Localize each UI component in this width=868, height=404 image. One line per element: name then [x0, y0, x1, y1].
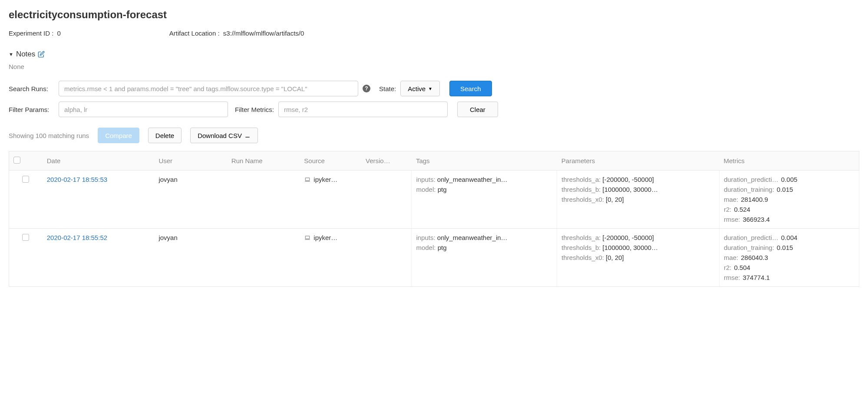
notes-toggle[interactable]: ▼ Notes — [9, 50, 859, 59]
param-item: thresholds_x0: [0, 20] — [561, 196, 715, 203]
svg-rect-1 — [306, 236, 310, 238]
svg-rect-0 — [306, 177, 310, 180]
param-item: thresholds_x0: [0, 20] — [561, 254, 715, 261]
metric-item: mae: 281400.9 — [724, 196, 855, 203]
metric-item: duration_predicti… 0.005 — [724, 176, 855, 183]
header-tags[interactable]: Tags — [412, 151, 557, 171]
search-runs-input[interactable] — [59, 81, 358, 96]
artifact-location-value: s3://mlflow/mlflow/artifacts/0 — [223, 30, 304, 37]
row-checkbox[interactable] — [22, 234, 29, 241]
delete-button[interactable]: Delete — [148, 128, 182, 143]
tag-item: model: ptg — [416, 244, 552, 251]
metric-item: rmse: 366923.4 — [724, 216, 855, 223]
artifact-location-label: Artifact Location : — [169, 30, 220, 37]
run-user: jovyan — [154, 229, 227, 287]
filter-metrics-input[interactable] — [278, 102, 448, 117]
laptop-icon — [304, 235, 311, 241]
state-dropdown[interactable]: Active ▼ — [400, 81, 440, 96]
header-user[interactable]: User — [154, 151, 227, 171]
param-item: thresholds_b: [1000000, 30000… — [561, 186, 715, 193]
run-name — [227, 229, 300, 287]
header-date[interactable]: Date — [43, 151, 155, 171]
tag-item: inputs: only_meanweather_in… — [416, 176, 552, 183]
caret-down-icon: ▼ — [428, 86, 432, 91]
run-date-link[interactable]: 2020-02-17 18:55:53 — [47, 176, 107, 183]
metric-item: rmse: 374774.1 — [724, 274, 855, 281]
header-metrics[interactable]: Metrics — [719, 151, 859, 171]
header-checkbox[interactable] — [9, 151, 43, 171]
header-source[interactable]: Source — [300, 151, 361, 171]
run-date-link[interactable]: 2020-02-17 18:55:52 — [47, 234, 107, 241]
metric-item: duration_training: 0.015 — [724, 186, 855, 193]
state-dropdown-label: Active — [408, 85, 426, 92]
laptop-icon — [304, 177, 311, 183]
help-icon[interactable]: ? — [363, 85, 370, 92]
metric-item: r2: 0.504 — [724, 264, 855, 271]
header-version[interactable]: Versio… — [361, 151, 412, 171]
page-title: electricityconsumption-forecast — [9, 9, 859, 21]
run-version — [361, 229, 412, 287]
metric-item: r2: 0.524 — [724, 206, 855, 213]
filter-metrics-label: Filter Metrics: — [235, 106, 274, 113]
header-run-name[interactable]: Run Name — [227, 151, 300, 171]
table-row: 2020-02-17 18:55:53jovyanipyker…inputs: … — [9, 171, 859, 229]
compare-button[interactable]: Compare — [98, 128, 139, 143]
run-source: ipyker… — [314, 176, 337, 183]
state-label: State: — [379, 85, 396, 92]
run-version — [361, 171, 412, 229]
notes-label: Notes — [16, 50, 35, 59]
results-count: Showing 100 matching runs — [9, 132, 89, 139]
search-runs-label: Search Runs: — [9, 85, 54, 92]
run-user: jovyan — [154, 171, 227, 229]
runs-table: Date User Run Name Source Versio… Tags P… — [9, 151, 859, 287]
download-csv-button[interactable]: Download CSV — [190, 128, 258, 143]
clear-button[interactable]: Clear — [457, 102, 498, 117]
run-source: ipyker… — [314, 234, 337, 241]
experiment-id-value: 0 — [57, 30, 60, 37]
metric-item: duration_predicti… 0.004 — [724, 234, 855, 241]
download-icon — [244, 132, 251, 138]
experiment-id-label: Experiment ID : — [9, 30, 53, 37]
tag-item: model: ptg — [416, 186, 552, 193]
header-parameters[interactable]: Parameters — [557, 151, 719, 171]
metric-item: mae: 286040.3 — [724, 254, 855, 261]
run-name — [227, 171, 300, 229]
notes-content: None — [9, 63, 859, 70]
row-checkbox[interactable] — [22, 176, 29, 183]
tag-item: inputs: only_meanweather_in… — [416, 234, 552, 241]
table-row: 2020-02-17 18:55:52jovyanipyker…inputs: … — [9, 229, 859, 287]
param-item: thresholds_a: [-200000, -50000] — [561, 234, 715, 241]
param-item: thresholds_a: [-200000, -50000] — [561, 176, 715, 183]
param-item: thresholds_b: [1000000, 30000… — [561, 244, 715, 251]
caret-down-icon: ▼ — [9, 52, 13, 57]
filter-params-input[interactable] — [59, 102, 228, 117]
experiment-meta: Experiment ID : 0 Artifact Location : s3… — [9, 30, 859, 37]
filter-params-label: Filter Params: — [9, 106, 54, 113]
edit-icon[interactable] — [38, 51, 45, 58]
search-button[interactable]: Search — [449, 81, 492, 96]
metric-item: duration_training: 0.015 — [724, 244, 855, 251]
download-csv-label: Download CSV — [198, 132, 242, 139]
